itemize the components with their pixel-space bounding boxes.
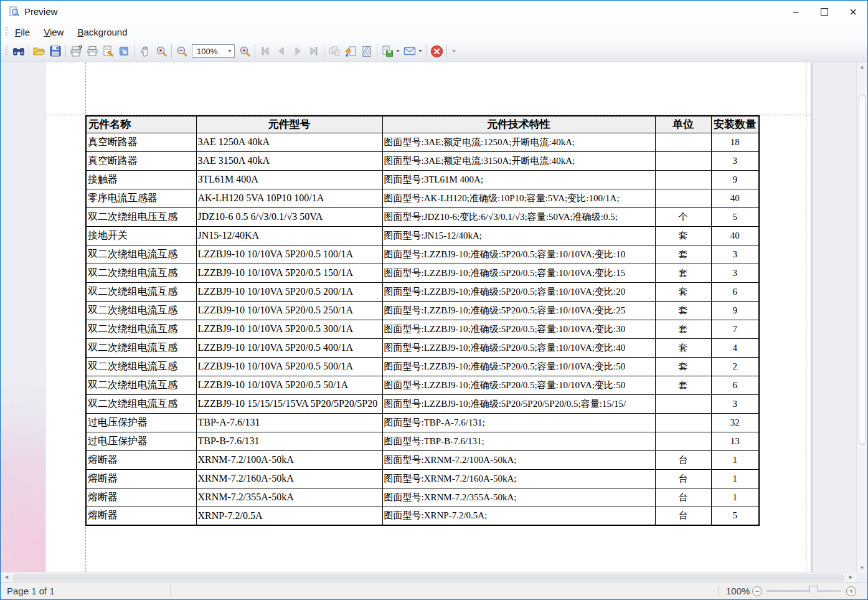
watermark-icon bbox=[344, 45, 357, 57]
next-page-button[interactable] bbox=[290, 43, 306, 59]
table-cell bbox=[655, 133, 711, 151]
scroll-left-icon[interactable]: ◄ bbox=[4, 574, 9, 580]
close-preview-button[interactable] bbox=[428, 43, 445, 59]
magnifier-button[interactable] bbox=[153, 43, 169, 59]
toolbar-grip[interactable] bbox=[6, 46, 7, 56]
column-header: 安装数量 bbox=[711, 116, 759, 133]
table-row: 双二次绕组电压互感JDZ10-6 0.5 6/√3/0.1/√3 50VA图面型… bbox=[86, 207, 759, 226]
export-document-button[interactable] bbox=[379, 43, 395, 59]
zoom-in-button[interactable] bbox=[237, 43, 253, 59]
hand-icon bbox=[139, 45, 151, 57]
components-table: 元件名称元件型号元件技术特性单位安装数量 真空断路器3AE 1250A 40kA… bbox=[85, 115, 760, 526]
zoom-slider-track[interactable] bbox=[767, 590, 841, 592]
column-header: 元件型号 bbox=[196, 116, 382, 133]
toolbar-options-button[interactable] bbox=[449, 43, 459, 59]
table-cell: 熔断器 bbox=[86, 488, 196, 507]
scroll-right-icon[interactable]: ► bbox=[848, 574, 854, 580]
table-row: 零序电流互感器AK-LH120 5VA 10P10 100/1A图面型号:AK-… bbox=[86, 189, 759, 207]
menu-file[interactable]: File bbox=[9, 24, 36, 40]
menu-view[interactable]: View bbox=[37, 24, 70, 40]
toolbar-options-arrow-icon bbox=[452, 50, 456, 52]
previous-page-button[interactable] bbox=[273, 43, 290, 59]
table-cell: 台 bbox=[655, 469, 711, 488]
vertical-scrollbar[interactable]: ▲ ▼ bbox=[856, 62, 867, 573]
table-cell: 图面型号:TBP-B-7.6/131; bbox=[382, 432, 655, 450]
table-cell: 3 bbox=[711, 394, 759, 413]
maximize-button[interactable] bbox=[810, 1, 839, 23]
margin-guide-right bbox=[806, 62, 806, 573]
document-page[interactable]: 元件名称元件型号元件技术特性单位安装数量 真空断路器3AE 1250A 40kA… bbox=[45, 62, 811, 573]
table-row: 双二次绕组电流互感LZZBJ9-10 10/10VA 5P20/0.5 200/… bbox=[86, 282, 759, 301]
first-page-icon bbox=[260, 46, 271, 56]
first-page-button[interactable] bbox=[257, 43, 273, 59]
table-cell: LZZBJ9-10 10/10VA 5P20/0.5 300/1A bbox=[196, 320, 382, 338]
table-row: 真空断路器3AE 1250A 40kA图面型号:3AE;额定电流:1250A;开… bbox=[86, 133, 759, 151]
table-cell: 图面型号:TBP-A-7.6/131; bbox=[382, 413, 655, 432]
print-options-button[interactable]: ? bbox=[68, 43, 84, 59]
horizontal-scrollbar[interactable]: ◄ ► bbox=[1, 572, 857, 583]
table-cell: 接地开关 bbox=[86, 226, 196, 245]
table-row: 双二次绕组电流互感LZZBJ9-10 10/10VA 5P20/0.5 250/… bbox=[86, 301, 759, 320]
close-button[interactable]: × bbox=[839, 1, 867, 23]
table-row: 双二次绕组电流互感LZZBJ9-10 10/10VA 5P20/0.5 300/… bbox=[86, 320, 759, 338]
table-cell: 6 bbox=[711, 376, 759, 394]
zoom-level-combobox[interactable]: 100% bbox=[192, 44, 235, 58]
table-cell: 熔断器 bbox=[86, 469, 196, 488]
table-cell: XRNM-7.2/355A-50kA bbox=[196, 488, 382, 507]
zoom-out-slider-button[interactable]: − bbox=[752, 586, 762, 596]
minimize-button[interactable]: – bbox=[781, 1, 810, 23]
open-button[interactable] bbox=[31, 43, 47, 59]
vertical-scrollbar-thumb[interactable] bbox=[859, 95, 866, 445]
email-dropdown-arrow-icon[interactable] bbox=[418, 50, 422, 52]
table-cell: 双二次绕组电流互感 bbox=[86, 338, 196, 357]
table-row: 真空断路器3AE 3150A 40kA图面型号:3AE;额定电流:3150A;开… bbox=[86, 151, 759, 170]
page-background-icon bbox=[361, 45, 372, 57]
table-cell: 套 bbox=[655, 245, 711, 264]
watermark-button[interactable] bbox=[342, 43, 359, 59]
binoculars-icon bbox=[12, 45, 25, 57]
table-cell: 1 bbox=[711, 488, 759, 507]
zoom-in-slider-button[interactable]: + bbox=[846, 586, 856, 596]
column-header: 元件技术特性 bbox=[382, 116, 655, 133]
preview-canvas[interactable]: 元件名称元件型号元件技术特性单位安装数量 真空断路器3AE 1250A 40kA… bbox=[1, 62, 867, 583]
multiple-pages-button[interactable] bbox=[326, 43, 342, 59]
zoom-out-button[interactable] bbox=[174, 43, 190, 59]
send-email-button[interactable] bbox=[402, 43, 418, 59]
preview-window: Preview – × File View Background bbox=[0, 0, 868, 600]
zoom-slider-thumb[interactable] bbox=[809, 586, 818, 597]
menu-background[interactable]: Background bbox=[71, 24, 133, 40]
page-setup-button[interactable] bbox=[100, 43, 116, 59]
table-cell: 3TL61M 400A bbox=[196, 170, 382, 189]
table-cell: JN15-12/40KA bbox=[196, 226, 382, 245]
table-cell: 图面型号:XRNM-7.2/160A-50kA; bbox=[382, 469, 655, 488]
scroll-down-icon[interactable]: ▼ bbox=[857, 565, 867, 571]
table-cell: 图面型号:3TL61M 400A; bbox=[382, 170, 655, 189]
page-wrench-icon bbox=[102, 45, 115, 57]
scale-icon bbox=[119, 45, 130, 57]
table-cell: 双二次绕组电流互感 bbox=[86, 357, 196, 376]
export-dropdown-arrow-icon[interactable] bbox=[396, 50, 400, 52]
last-page-button[interactable] bbox=[306, 43, 322, 59]
table-cell: LZZBJ9-10 15/15/15/15VA 5P20/5P20/5P20 bbox=[196, 394, 382, 413]
horizontal-scrollbar-thumb[interactable] bbox=[13, 574, 844, 581]
table-cell: LZZBJ9-10 10/10VA 5P20/0.5 150/1A bbox=[196, 264, 382, 282]
zoom-in-icon bbox=[239, 45, 251, 57]
table-cell: 13 bbox=[711, 432, 759, 450]
save-button[interactable] bbox=[47, 43, 64, 59]
page-background-button[interactable] bbox=[359, 43, 375, 59]
table-cell: 双二次绕组电压互感 bbox=[86, 207, 196, 226]
scroll-up-icon[interactable]: ▲ bbox=[857, 64, 867, 70]
table-cell: 图面型号:LZZBJ9-10;准确级:5P20/5P20/5P20/0.5;容量… bbox=[382, 394, 655, 413]
magnifier-icon bbox=[156, 45, 167, 57]
find-button[interactable] bbox=[11, 43, 27, 59]
toolbar: ? bbox=[1, 40, 867, 62]
table-cell: 过电压保护器 bbox=[86, 432, 196, 450]
table-cell: 套 bbox=[655, 376, 711, 394]
scale-button[interactable] bbox=[116, 43, 133, 59]
table-cell: 真空断路器 bbox=[86, 133, 196, 151]
print-button[interactable] bbox=[84, 43, 100, 59]
table-cell: 台 bbox=[655, 450, 711, 469]
hand-tool-button[interactable] bbox=[137, 43, 153, 59]
zoom-level-value: 100% bbox=[197, 47, 217, 56]
menubar-grip[interactable] bbox=[6, 27, 7, 37]
